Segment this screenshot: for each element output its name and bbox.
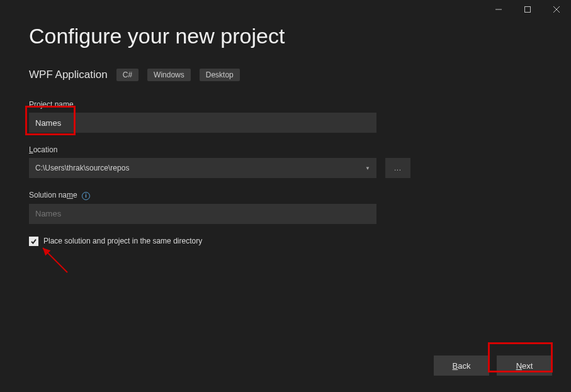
info-icon[interactable]: i	[82, 192, 90, 200]
solution-name-label: Solution name i	[29, 191, 542, 200]
tag-csharp: C#	[116, 69, 139, 81]
same-directory-label: Place solution and project in the same d…	[43, 237, 202, 245]
chevron-down-icon: ▼	[365, 165, 370, 171]
close-button[interactable]	[542, 0, 571, 19]
same-directory-checkbox[interactable]	[29, 237, 38, 246]
template-name: WPF Application	[29, 69, 108, 81]
back-button[interactable]: Back	[434, 356, 489, 376]
minimize-button[interactable]	[484, 0, 513, 19]
svg-rect-1	[525, 7, 531, 13]
tag-windows: Windows	[147, 69, 191, 81]
location-select[interactable]: C:\Users\thrak\source\repos ▼	[29, 158, 376, 178]
location-label: Location	[29, 145, 542, 154]
project-name-label: Project name	[29, 100, 542, 109]
project-name-input[interactable]	[29, 113, 376, 133]
svg-line-4	[43, 248, 67, 272]
next-button[interactable]: Next	[497, 356, 552, 376]
maximize-button[interactable]	[513, 0, 542, 19]
solution-name-input	[29, 204, 376, 224]
arrow-icon	[39, 244, 71, 276]
browse-button[interactable]: ...	[385, 158, 410, 178]
tag-desktop: Desktop	[200, 69, 240, 81]
location-value: C:\Users\thrak\source\repos	[35, 164, 129, 172]
page-title: Configure your new project	[29, 24, 542, 48]
